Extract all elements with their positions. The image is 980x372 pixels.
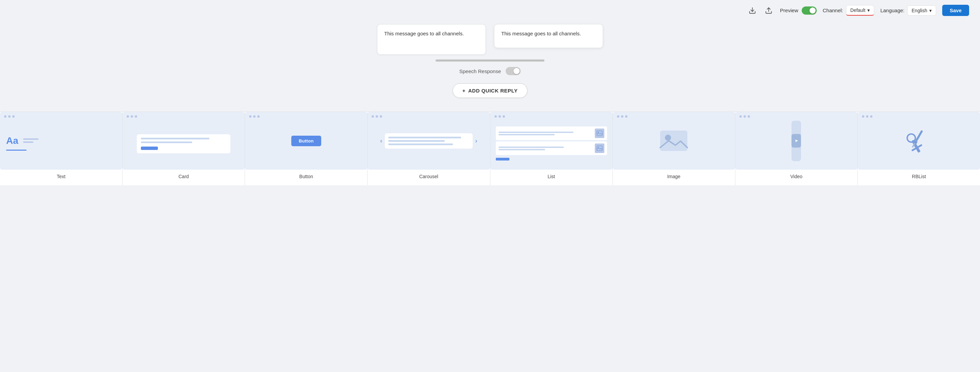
- component-card-rblist[interactable]: RBList: [858, 112, 980, 185]
- toolbar: Preview Channel: Default ▾ Language: Eng…: [0, 0, 980, 21]
- carousel-card-label: Carousel: [419, 174, 438, 179]
- card-dots: [862, 115, 872, 118]
- component-card-list[interactable]: List: [490, 112, 613, 185]
- list-card-label: List: [547, 174, 555, 179]
- button-card-label: Button: [299, 174, 313, 179]
- card-dots: [617, 115, 627, 118]
- list-image-icon: [595, 128, 605, 138]
- svg-rect-4: [597, 146, 602, 150]
- video-card-inner: [791, 121, 801, 161]
- component-card-text[interactable]: Aa Text: [0, 112, 123, 185]
- card-dots: [372, 115, 382, 118]
- language-dropdown[interactable]: English ▾: [907, 5, 936, 16]
- video-card-preview: [735, 112, 858, 170]
- preview-label: Preview: [780, 8, 798, 13]
- card-dots: [740, 115, 750, 118]
- list-card-preview: [490, 112, 612, 170]
- text-card-label: Text: [57, 174, 66, 179]
- component-card-button[interactable]: Button Button: [245, 112, 368, 185]
- channel-group: Channel: Default ▾: [823, 5, 874, 16]
- carousel-left-arrow: ‹: [380, 138, 382, 144]
- card-dots: [4, 115, 14, 118]
- speech-response-row: Speech Response: [460, 67, 521, 75]
- language-label: Language:: [880, 8, 904, 13]
- plus-icon: +: [463, 88, 466, 93]
- component-card-video[interactable]: Video: [735, 112, 858, 185]
- text-card-preview: Aa: [0, 112, 122, 170]
- chevron-down-icon: ▾: [929, 8, 932, 13]
- card-dots: [127, 115, 137, 118]
- video-card-label: Video: [791, 174, 803, 179]
- component-card-image[interactable]: Image: [613, 112, 735, 185]
- rblist-card-label: RBList: [912, 174, 926, 179]
- carousel-right-arrow: ›: [476, 138, 477, 144]
- rblist-card-preview: [858, 112, 980, 170]
- resize-handle[interactable]: [436, 60, 544, 62]
- preview-toggle[interactable]: [802, 6, 817, 14]
- channel-dropdown[interactable]: Default ▾: [846, 5, 874, 16]
- main-content: This message goes to all channels. This …: [0, 21, 980, 372]
- message-preview: This message goes to all channels.: [494, 24, 603, 48]
- add-quick-reply-label: ADD QUICK REPLY: [468, 88, 517, 93]
- component-card-card[interactable]: Card: [123, 112, 245, 185]
- channel-label: Channel:: [823, 8, 843, 13]
- button-preview-btn: Button: [291, 136, 321, 146]
- add-quick-reply-button[interactable]: + ADD QUICK REPLY: [453, 83, 528, 98]
- preview-group: Preview: [780, 6, 816, 14]
- chevron-down-icon: ▾: [867, 8, 870, 13]
- speech-response-toggle[interactable]: [506, 67, 520, 75]
- text-aa-icon: Aa: [6, 135, 38, 146]
- component-grid: Aa Text: [0, 112, 980, 185]
- card-card-label: Card: [179, 174, 189, 179]
- download-button[interactable]: [747, 5, 757, 16]
- play-icon: [791, 134, 801, 147]
- card-dots: [249, 115, 259, 118]
- carousel-card-preview: ‹ ›: [368, 112, 490, 170]
- svg-rect-13: [915, 130, 923, 141]
- language-group: Language: English ▾: [880, 5, 936, 16]
- image-card-preview: [613, 112, 735, 170]
- svg-rect-2: [597, 131, 602, 136]
- card-card-preview: [123, 112, 245, 170]
- list-image-icon-2: [595, 144, 605, 153]
- image-card-label: Image: [667, 174, 681, 179]
- component-card-carousel[interactable]: ‹ › Carousel: [368, 112, 490, 185]
- wrench-icon: [905, 127, 932, 154]
- image-icon: [659, 129, 689, 153]
- upload-button[interactable]: [764, 5, 774, 16]
- svg-point-7: [665, 135, 671, 141]
- message-section: This message goes to all channels. This …: [377, 24, 603, 55]
- button-card-preview: Button: [245, 112, 367, 170]
- speech-response-label: Speech Response: [460, 68, 501, 74]
- save-button[interactable]: Save: [942, 5, 969, 16]
- card-dots: [495, 115, 505, 118]
- svg-rect-6: [660, 131, 687, 151]
- message-input[interactable]: This message goes to all channels.: [377, 24, 486, 55]
